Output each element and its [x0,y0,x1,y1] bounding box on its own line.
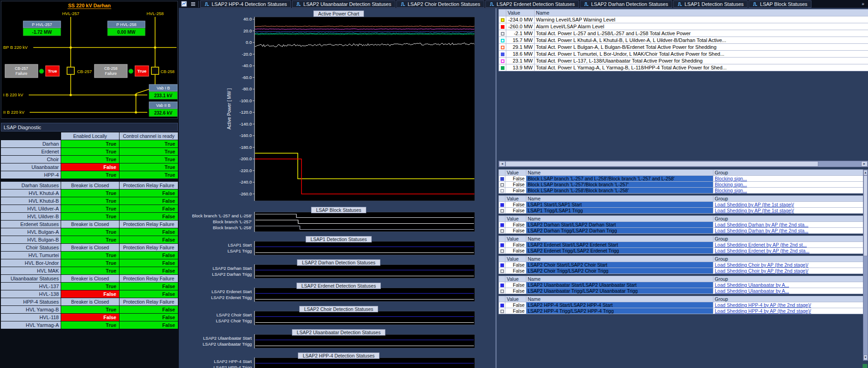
chart-page-icon-button[interactable] [180,0,188,8]
signal-name: LSAP2 Choir Start/LSAP2 Choir Start [526,262,713,268]
list-icon-button[interactable] [189,0,197,8]
signal-row[interactable]: FalseLSAP2 Choir Start/LSAP2 Choir Start… [499,262,863,268]
signal-row[interactable]: FalseBlock LSAP branch 'L-257'/Block bra… [499,182,863,188]
group-link[interactable]: Load Shedding HPP-4 by AP (the 2nd stage… [715,302,811,308]
y-tick-label: -260.0 [239,191,252,196]
tab-lsap2-darhan-detection-statuses[interactable]: LSAP2 Darhan Detection Statuses [580,0,672,8]
vertical-scrollbar-thumb[interactable] [863,175,868,256]
signal-group-cell: Load Shedding by AP (the 1st stage)/ [713,202,863,208]
substation-schematic: SS 220 kV Darhan HVL-257 HVL-258 P HVL-2… [1,1,177,118]
vertical-scrollbar[interactable]: ▲ ▼ [863,169,868,361]
signal-row[interactable]: FalseLSAP2 Erdenet Trigg/LSAP2 Erdenet T… [499,248,863,254]
signal-row[interactable]: FalseBlock LSAP branch 'L-257 and L-258'… [499,176,863,182]
signal-row[interactable]: FalseLSAP2 Ulaanbaatar Trigg/LSAP2 Ulaan… [499,288,863,294]
signal-row[interactable]: FalseLSAP1 Trigg/LSAP1 TriggLoad Sheddin… [499,208,863,214]
scrollbar-track[interactable] [505,161,861,167]
swatch-cell [499,208,505,214]
scroll-down-button[interactable]: ▼ [863,355,868,360]
diag-section-title: Darhan Statuses [1,182,61,189]
grid-options-icon[interactable]: ▦ [862,363,868,368]
swatch-cell [499,262,505,268]
scroll-up-button[interactable]: ▲ [863,170,868,175]
group-link[interactable]: Load Shedding Ulaanbaatar by A... [715,288,789,294]
toolbar-overflow-button[interactable]: » [859,0,867,8]
scroll-right-button[interactable]: ► [861,161,868,167]
tab-lsap1-detection-statuses[interactable]: LSAP1 Detection Statuses [673,0,748,8]
signal-label: LSAP2 Darhan Start [213,266,252,271]
group-link[interactable]: Load Shedding Choir by AP (the 2nd stage… [715,262,808,268]
diag-header: Enabled Locally [61,132,119,140]
group-link[interactable]: Blocking sign... [715,182,747,187]
signal-value: False [505,202,526,208]
diag-row-label: HVL Tumurtei [1,252,61,259]
scrollbar-thumb[interactable] [505,161,818,167]
signal-group-cell: Load Shedding Ulaanbaatar by A... [713,282,863,288]
legend-name: Total Act. Power L Yarmag-A, L Yarmag-B,… [535,64,868,71]
tab-lsap2-ulaanbaatar-detection-statuses[interactable]: LSAP2 Ulaanbaatar Detection Statuses [292,0,395,8]
group-link[interactable]: Load Shedding Erdenet by AP (the 2nd sta… [715,248,810,253]
signal-row[interactable]: FalseLSAP2 Darhan Trigg/LSAP2 Darhan Tri… [499,228,863,234]
group-link[interactable]: Load Shedding by AP (the 1st stage)/ [715,202,794,207]
swatch-column-header [499,296,505,302]
group-link[interactable]: Load Shedding Choir by AP (the 2nd stage… [715,268,808,273]
group-link[interactable]: Load Shedding Darhan by AP (the 2nd sta.… [715,228,808,233]
signal-row[interactable]: FalseBlock LSAP branch 'L-258'/Block bra… [499,188,863,194]
group-link[interactable]: Blocking sign... [715,188,747,193]
vertical-splitter[interactable] [495,8,497,368]
series-swatch-icon [501,32,504,36]
status-chart-lsap-block-statuses: Block branch 'L-257 and L-258'Block bran… [180,212,498,232]
signal-row[interactable]: FalseLSAP2 Erdenet Start/LSAP2 Erdenet S… [499,242,863,248]
diag-row-label: HVL Yarmag-B [1,306,61,313]
legend-row[interactable]: 18.6 MWTotal Act. Power L Tumurtei, L Bo… [499,51,868,58]
group-link[interactable]: Load Shedding Ulaanbaatar by A... [715,282,789,288]
feeder-right-name: HVL-258 [146,11,164,16]
diag-value: False [120,290,178,298]
group-link[interactable]: Load Shedding by AP (the 1st stage)/ [715,208,794,213]
legend-name: Warning Level/LSAP Warning Level [535,16,868,23]
group-link[interactable]: Load Shedding HPP-4 by AP (the 2nd stage… [715,308,811,314]
status-chart-lsap2-hpp-4-detection-statuses: LSAP2 HPP-4 StartLSAP2 HPP-4 Trigg [180,357,498,368]
diag-value: True [120,156,178,163]
diag-row-label: HVL Yarmag-A [1,321,61,329]
legend-row[interactable]: -260.0 MWAlarm Level/LSAP Alarm Level [499,23,868,30]
legend-row[interactable]: 29.1 MWTotal Act. Power L Bulgan-A, L Bu… [499,44,868,51]
diag-value: False [120,205,178,212]
diag-row-label: HVL Bulgan-A [1,228,61,236]
tab-lsap2-hpp-4-detection-statuses[interactable]: LSAP2 HPP-4 Detection Statuses [200,0,291,8]
legend-value: -234.0 MW [506,16,535,23]
signal-table: ValueNameGroupFalseLSAP2 Erdenet Start/L… [499,236,863,254]
group-link[interactable]: Load Shedding Darhan by AP (the 2nd sta.… [715,222,808,227]
signal-name: LSAP2 Darhan Start/LSAP2 Darhan Start [526,222,713,228]
legend-name: Total Act. Power L-137, L-138/Ulaanbaata… [535,58,868,64]
status-section-title: LSAP1 Detection Statuses [180,235,498,241]
tab-lsap2-erdenet-detection-statuses[interactable]: LSAP2 Erdenet Detection Statuses [485,0,579,8]
group-link[interactable]: Blocking sign... [715,176,747,181]
signal-column-header: Value [505,256,526,262]
legend-row[interactable]: -234.0 MWWarning Level/LSAP Warning Leve… [499,16,868,23]
tab-lsap2-choir-detection-statuses[interactable]: LSAP2 Choir Detection Statuses [396,0,484,8]
legend-row[interactable]: 15.7 MWTotal Act. Power L Khutul-A, L Kh… [499,37,868,44]
tab-lsap-block-statuses[interactable]: LSAP Block Statuses [748,0,811,8]
legend-row[interactable]: 13.9 MWTotal Act. Power L Yarmag-A, L Ya… [499,64,868,71]
signal-value: False [505,288,526,294]
legend-name: Alarm Level/LSAP Alarm Level [535,23,868,30]
y-tick-label: 20.0 [244,28,252,33]
signal-row[interactable]: FalseLSAP1 Start/LSAP1 StartLoad Sheddin… [499,202,863,208]
vertical-scrollbar-track[interactable] [863,175,868,355]
legend-value: 15.7 MW [506,37,535,44]
series-swatch-icon [500,304,504,307]
scroll-left-button[interactable]: ◄ [499,161,505,167]
group-link[interactable]: Load Shedding Erdenet by AP (the 2nd st.… [715,242,807,247]
legend-row[interactable]: -2.1 MWTotal Act. Power L-257 and L-258/… [499,30,868,37]
breaker-258-symbol[interactable] [151,67,159,74]
signal-row[interactable]: FalseLSAP2 HPP-4 Start/LSAP2 HPP-4 Start… [499,302,863,308]
y-tick-label: -80.0 [242,86,252,91]
signal-row[interactable]: FalseLSAP2 HPP-4 Trigg/LSAP2 HPP-4 Trigg… [499,308,863,314]
horizontal-scrollbar[interactable]: ◄ ► [499,161,868,167]
legend-row[interactable]: 23.1 MWTotal Act. Power L-137, L-138/Ula… [499,58,868,64]
swatch-cell [499,222,505,228]
breaker-257-symbol[interactable] [67,67,74,74]
signal-row[interactable]: FalseLSAP2 Ulaanbaatar Start/LSAP2 Ulaan… [499,282,863,288]
signal-row[interactable]: FalseLSAP2 Darhan Start/LSAP2 Darhan Sta… [499,222,863,228]
signal-row[interactable]: FalseLSAP2 Choir Trigg/LSAP2 Choir Trigg… [499,268,863,274]
